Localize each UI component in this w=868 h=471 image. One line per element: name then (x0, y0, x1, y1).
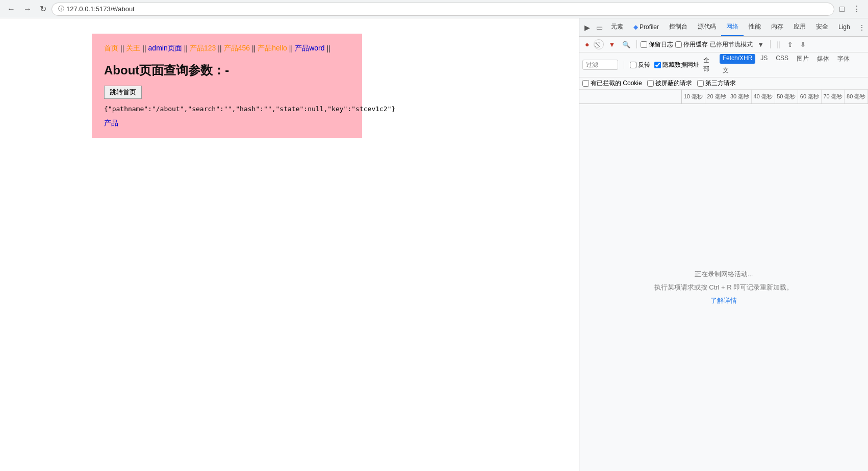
reverse-input[interactable] (630, 62, 636, 68)
filter-type-fetchxhr[interactable]: Fetch/XHR (720, 54, 756, 64)
clear-button[interactable]: ⃠ (594, 39, 604, 49)
tab-performance[interactable]: 性能 (744, 18, 766, 36)
forward-button[interactable]: → (20, 3, 35, 16)
nav-sep-6: || (289, 44, 293, 53)
blocked-cookies-checkbox[interactable]: 有已拦截的 Cookie (582, 79, 642, 88)
nav-link-guanwang[interactable]: 关王 (126, 44, 140, 53)
tab-memory[interactable]: 内存 (766, 18, 788, 36)
tab-security[interactable]: 安全 (811, 18, 833, 36)
disable-cache-checkbox[interactable]: 停用缓存 (675, 40, 708, 49)
url-text: 127.0.0.1:5173/#/about (66, 5, 135, 13)
nav-link-product123[interactable]: 产品123 (190, 44, 216, 53)
filter-type-font[interactable]: 字体 (834, 54, 853, 64)
nav-sep-4: || (218, 44, 221, 53)
browser-toolbar: ← → ↻ ⓘ 127.0.0.1:5173/#/about □ ⋮ (0, 0, 868, 18)
tick-80ms: 80 毫秒 (845, 90, 868, 103)
preserve-log-label: 保留日志 (649, 40, 673, 49)
preserve-log-checkbox[interactable]: 保留日志 (641, 40, 673, 49)
blocked-requests-label: 被屏蔽的请求 (655, 79, 692, 88)
filter-type-media[interactable]: 媒体 (814, 54, 832, 64)
disable-cache-input[interactable] (675, 41, 682, 48)
preserve-log-input[interactable] (641, 41, 647, 48)
tick-10ms: 10 毫秒 (682, 90, 705, 103)
nav-link-admin[interactable]: admin页面 (148, 44, 182, 53)
reload-button[interactable]: ↻ (37, 2, 49, 16)
product-link[interactable]: 产品 (104, 119, 118, 127)
record-button[interactable]: ● (582, 39, 592, 50)
tab-elements[interactable]: 元素 (606, 18, 628, 36)
tick-20ms: 20 毫秒 (705, 90, 729, 103)
tab-application[interactable]: 应用 (788, 18, 811, 36)
tick-60ms: 60 毫秒 (798, 90, 822, 103)
third-party-input[interactable] (697, 80, 704, 87)
header-timeline: 10 毫秒 20 毫秒 30 毫秒 40 毫秒 50 毫秒 60 毫秒 70 毫… (681, 90, 868, 103)
disable-cache-label: 停用缓存 (683, 40, 708, 49)
blocked-requests-input[interactable] (647, 80, 654, 87)
page-content: 首页 || 关王 || admin页面 || 产品123 || 产品456 ||… (0, 18, 579, 148)
about-title: About页面查询参数：- (104, 62, 350, 78)
devtools-device-button[interactable]: ▭ (593, 21, 606, 34)
about-page-box: 首页 || 关王 || admin页面 || 产品123 || 产品456 ||… (92, 34, 362, 138)
profiler-icon: ◆ (633, 23, 638, 31)
back-button[interactable]: ← (4, 3, 18, 16)
tab-elements-label: 元素 (611, 22, 623, 31)
nav-links: 首页 || 关王 || admin页面 || 产品123 || 产品456 ||… (104, 44, 350, 53)
network-empty-state: 正在录制网络活动... 执行某项请求或按 Ctrl + R 即可记录重新加载。 … (579, 104, 868, 471)
filter-type-img[interactable]: 图片 (794, 54, 812, 64)
nav-sep-7: || (327, 44, 330, 53)
blocked-requests-checkbox[interactable]: 被屏蔽的请求 (647, 79, 692, 88)
devtools-settings-button[interactable]: ⋮ (855, 21, 868, 34)
nav-link-product456[interactable]: 产品456 (224, 44, 250, 53)
browser-window: ← → ↻ ⓘ 127.0.0.1:5173/#/about □ ⋮ 首页 ||… (0, 0, 868, 471)
nav-sep-1: || (120, 44, 124, 53)
network-timeline-header: 10 毫秒 20 毫秒 30 毫秒 40 毫秒 50 毫秒 60 毫秒 70 毫… (579, 90, 868, 104)
filter-type-css[interactable]: CSS (773, 54, 792, 64)
goto-home-button[interactable]: 跳转首页 (104, 86, 142, 99)
hide-data-urls-input[interactable] (654, 62, 661, 68)
nav-link-productword[interactable]: 产品word (295, 44, 324, 53)
devtools-tab-bar: ▶ ▭ 元素 ◆ Profiler 控制台 源代码 网络 (579, 18, 868, 37)
header-left (579, 90, 681, 103)
filter-types: Fetch/XHR JS CSS 图片 媒体 字体 文 (720, 54, 865, 75)
address-bar[interactable]: ⓘ 127.0.0.1:5173/#/about (52, 3, 834, 16)
blocked-cookies-input[interactable] (582, 80, 589, 87)
export-button[interactable]: ⇩ (798, 39, 808, 50)
third-party-checkbox[interactable]: 第三方请求 (697, 79, 736, 88)
nav-link-home[interactable]: 首页 (104, 44, 118, 53)
reverse-checkbox[interactable]: 反转 (630, 61, 650, 69)
search-button[interactable]: 🔍 (620, 39, 633, 50)
tab-sources[interactable]: 源代码 (693, 18, 721, 36)
learn-more-link[interactable]: 了解详情 (710, 296, 737, 305)
filter-button[interactable]: ▼ (606, 39, 618, 50)
devtools-panel: ▶ ▭ 元素 ◆ Profiler 控制台 源代码 网络 (579, 18, 868, 471)
recording-hint: 执行某项请求或按 Ctrl + R 即可记录重新加载。 (654, 283, 794, 292)
screenshot-button[interactable]: □ (836, 3, 848, 16)
blocked-cookies-label: 有已拦截的 Cookie (591, 79, 642, 88)
tab-memory-label: 内存 (771, 22, 783, 31)
separator-2 (770, 40, 771, 48)
tab-network[interactable]: 网络 (721, 18, 744, 36)
tab-performance-label: 性能 (749, 22, 761, 31)
hide-data-urls-checkbox[interactable]: 隐藏数据网址 (654, 61, 699, 69)
reverse-label: 反转 (638, 61, 650, 69)
filter-type-doc[interactable]: 文 (720, 66, 732, 75)
tab-profiler[interactable]: ◆ Profiler (628, 18, 664, 36)
throttle-dropdown[interactable]: ▼ (755, 39, 767, 50)
filter-input[interactable] (582, 60, 618, 70)
nav-sep-3: || (184, 44, 188, 53)
devtools-inspect-button[interactable]: ▶ (581, 21, 593, 34)
network-conditions-button[interactable]: ∥ (774, 39, 783, 50)
hide-data-urls-label: 隐藏数据网址 (662, 61, 699, 69)
network-toolbar: ● ⃠ ▼ 🔍 保留日志 停用缓存 已停用节流模式 ▼ ∥ ⇧ ⇩ (579, 37, 868, 53)
browser-body: 首页 || 关王 || admin页面 || 产品123 || 产品456 ||… (0, 18, 868, 471)
import-button[interactable]: ⇧ (785, 39, 796, 50)
filter-type-js[interactable]: JS (757, 54, 771, 64)
tab-lighthouse[interactable]: Ligh (833, 18, 855, 36)
json-display: {"pathname":"/about","search":"","hash":… (104, 105, 350, 113)
tab-console[interactable]: 控制台 (664, 18, 693, 36)
nav-sep-5: || (252, 44, 256, 53)
tab-application-label: 应用 (794, 22, 806, 31)
nav-link-producthello[interactable]: 产品hello (258, 44, 287, 53)
tab-console-label: 控制台 (669, 22, 687, 31)
menu-button[interactable]: ⋮ (850, 2, 864, 16)
